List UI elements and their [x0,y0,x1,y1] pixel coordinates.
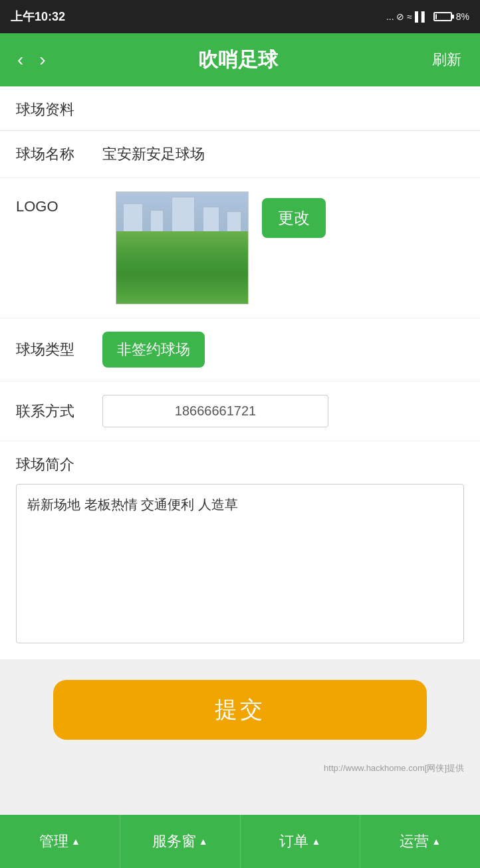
nav-service-label: 服务窗 [152,831,196,851]
nav-orders-label: 订单 [279,831,308,851]
submit-section: 提交 [0,660,480,760]
contact-row: 联系方式 [0,381,480,441]
status-bar: 上午10:32 ... ⊘ ≈ ▌▌ 8% [0,0,480,33]
bottom-nav: 管理 ▲ 服务窗 ▲ 订单 ▲ 运营 ▲ [0,815,480,868]
field-name-value: 宝安新安足球场 [102,144,464,164]
description-section: 球场简介 崭新场地 老板热情 交通便利 人造草 [0,441,480,660]
nav-service-arrow: ▲ [199,836,208,847]
main-content: 球场资料 球场名称 宝安新安足球场 LOGO 更改 球场类型 非签约球场 联系方… [0,86,480,777]
logo-change-button[interactable]: 更改 [262,198,326,238]
nav-operations-arrow: ▲ [431,836,441,847]
page-title: 吹哨足球 [50,47,427,74]
logo-grass [116,231,248,304]
logo-image[interactable] [116,191,249,304]
battery-icon [433,12,452,21]
section-title: 球场资料 [16,101,74,118]
status-icons: ... ⊘ ≈ ▌▌ 8% [386,11,469,22]
watermark: http://www.hackhome.com[网侠]提供 [0,760,480,777]
nav-item-operations[interactable]: 运营 ▲ [360,815,480,868]
nav-item-service[interactable]: 服务窗 ▲ [120,815,241,868]
contact-label: 联系方式 [16,401,102,421]
back-button[interactable]: ‹ [13,47,27,73]
field-type-label: 球场类型 [16,340,102,360]
logo-row: LOGO 更改 [0,178,480,318]
description-textarea[interactable]: 崭新场地 老板热情 交通便利 人造草 [16,484,464,643]
nav-operations-label: 运营 [400,831,429,851]
submit-button[interactable]: 提交 [53,680,427,740]
logo-buildings [116,192,248,237]
section-header: 球场资料 [0,86,480,131]
nav-orders-arrow: ▲ [311,836,320,847]
forward-button[interactable]: › [35,47,49,73]
logo-label: LOGO [16,191,102,215]
battery-percent: 8% [456,11,469,22]
status-time: 上午10:32 [11,9,65,25]
field-type-badge[interactable]: 非签约球场 [102,332,205,368]
field-name-row: 球场名称 宝安新安足球场 [0,131,480,178]
header-nav: ‹ › [13,47,50,73]
nav-manage-arrow: ▲ [71,836,80,847]
field-name-label: 球场名称 [16,144,102,164]
header: ‹ › 吹哨足球 刷新 [0,33,480,86]
signal-icons: ... ⊘ ≈ ▌▌ [386,11,428,22]
contact-input[interactable] [102,395,328,427]
description-label: 球场简介 [16,455,464,475]
refresh-button[interactable]: 刷新 [427,47,467,72]
field-type-row: 球场类型 非签约球场 [0,318,480,381]
nav-manage-label: 管理 [39,831,68,851]
nav-item-manage[interactable]: 管理 ▲ [0,815,120,868]
nav-item-orders[interactable]: 订单 ▲ [241,815,361,868]
